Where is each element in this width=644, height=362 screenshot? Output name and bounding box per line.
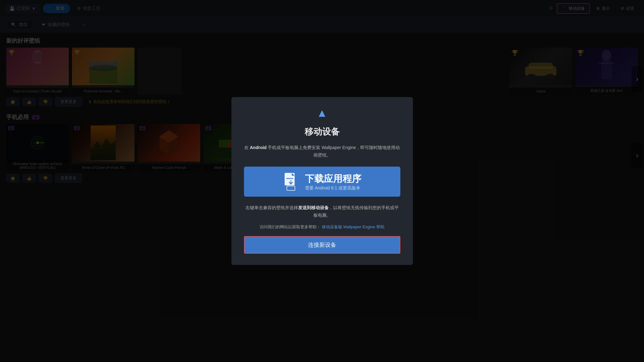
mobile-device-modal: ▲ 移动设备 在 Android 手机或平板电脑上免费安装 Wallpaper … [231,97,413,265]
modal-description: 在 Android 手机或平板电脑上免费安装 Wallpaper Engine，… [244,144,400,159]
download-app-button[interactable]: 下载应用程序 需要 Android 8.1 或更高版本 [244,167,400,197]
modal-title: 移动设备 [305,126,340,138]
help-prefix: 访问我们的网站以获取更多帮助： [260,225,321,229]
modal-overlay: ▲ 移动设备 在 Android 手机或平板电脑上免费安装 Wallpaper … [0,0,644,362]
download-btn-text: 下载应用程序 需要 Android 8.1 或更高版本 [305,173,361,191]
modal-instruction: 右键单击兼容的壁纸并选择发送到移动设备，以将壁纸无线传输到您的手机或平板电脑。 [244,204,400,219]
svg-rect-35 [287,186,295,190]
help-link[interactable]: 移动设备版 Wallpaper Engine 帮助 [322,225,384,229]
modal-chevron-icon: ▲ [317,106,328,120]
connect-new-device-button[interactable]: 连接新设备 [244,236,400,254]
modal-help-row: 访问我们的网站以获取更多帮助： 移动设备版 Wallpaper Engine 帮… [260,224,384,230]
send-to-device-text: 发送到移动设备 [298,205,329,210]
download-icon [283,172,299,191]
download-main-label: 下载应用程序 [305,173,361,185]
android-text: Android [250,145,267,150]
download-sub-label: 需要 Android 8.1 或更高版本 [305,185,361,191]
